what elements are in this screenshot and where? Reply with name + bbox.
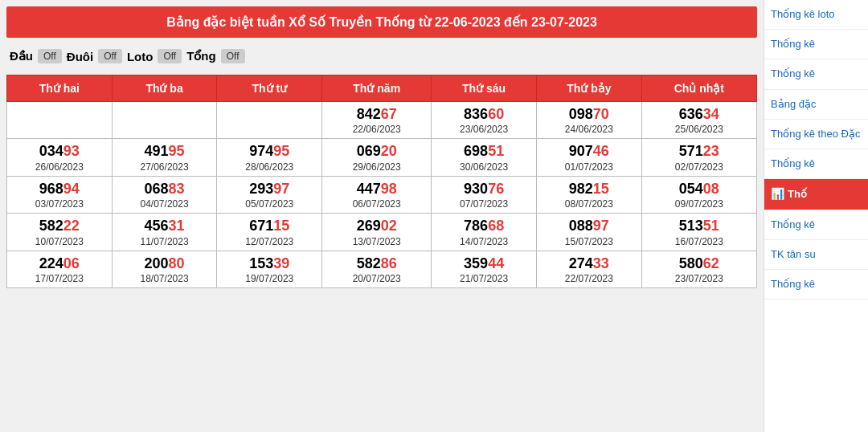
lottery-date: 02/07/2023	[644, 161, 755, 173]
table-cell	[7, 102, 113, 139]
table-cell: 6363425/06/2023	[641, 102, 756, 139]
table-row: 2240617/07/20232008018/07/20231533919/07…	[7, 251, 757, 287]
sidebar-item-label: TK tân su	[771, 248, 816, 260]
lottery-number: 58286	[324, 255, 429, 273]
lottery-number: 20080	[114, 255, 215, 273]
table-cell: 9749528/06/2023	[217, 139, 322, 176]
lottery-number: 35944	[433, 255, 534, 273]
table-cell: 2939705/07/2023	[217, 176, 322, 213]
column-header: Thứ sáu	[432, 75, 537, 102]
lottery-number: 49195	[114, 142, 215, 161]
lottery-date: 07/07/2023	[433, 198, 534, 210]
table-cell: 9821508/07/2023	[536, 176, 641, 213]
sidebar-item-6[interactable]: 📊Thố	[764, 179, 868, 210]
sidebar-item-3[interactable]: Bảng đặc	[764, 90, 868, 120]
lottery-number: 44798	[324, 180, 429, 198]
table-row: 5822210/07/20234563111/07/20236711512/07…	[7, 214, 757, 251]
sidebar-item-4[interactable]: Thống kê theo Đặc	[764, 120, 868, 149]
sidebar-item-label: Thống kê theo Đặc	[771, 128, 860, 140]
table-cell: 5828620/07/2023	[322, 251, 432, 287]
lottery-date: 30/06/2023	[433, 161, 534, 173]
lottery-date: 18/07/2023	[114, 273, 215, 284]
lottery-date: 24/06/2023	[538, 124, 640, 135]
table-cell: 2743322/07/2023	[536, 251, 641, 287]
lottery-number: 06920	[324, 142, 429, 161]
sidebar-item-label: Thố	[788, 187, 807, 202]
lottery-date: 10/07/2023	[9, 236, 110, 247]
table-cell: 0987024/06/2023	[536, 102, 641, 139]
sidebar-item-label: Thống kê	[771, 157, 815, 169]
table-row: 8426722/06/20238366023/06/20230987024/06…	[7, 102, 757, 139]
lottery-number: 84267	[324, 105, 429, 124]
lottery-number: 69851	[433, 142, 534, 161]
sidebar-item-1[interactable]: Thống kê	[764, 30, 868, 59]
lottery-number: 78668	[433, 217, 534, 235]
dau-label: Đầu	[10, 49, 33, 63]
sidebar-item-label: Thống kê	[771, 38, 815, 50]
chart-icon: 📊	[771, 186, 784, 202]
lottery-number: 08897	[538, 217, 640, 235]
column-header: Chủ nhật	[641, 75, 756, 102]
lottery-table-container: Thứ haiThứ baThứ tưThứ nămThứ sáuThứ bảy…	[6, 75, 757, 288]
lottery-number: 03493	[9, 142, 110, 161]
table-cell: 0889715/07/2023	[536, 214, 641, 251]
lottery-table: Thứ haiThứ baThứ tưThứ nămThứ sáuThứ bảy…	[6, 75, 757, 288]
lottery-number: 98215	[538, 180, 640, 198]
column-header: Thứ ba	[112, 75, 217, 102]
table-body: 8426722/06/20238366023/06/20230987024/06…	[7, 102, 757, 288]
lottery-number: 57123	[644, 142, 755, 161]
lottery-date: 08/07/2023	[538, 198, 640, 210]
lottery-number: 15339	[219, 255, 320, 273]
lottery-date: 05/07/2023	[219, 198, 320, 210]
lottery-date: 19/07/2023	[219, 273, 320, 284]
dau-toggle[interactable]: Off	[38, 49, 62, 63]
table-header-row: Thứ haiThứ baThứ tưThứ nămThứ sáuThứ bảy…	[7, 75, 757, 102]
sidebar-item-9[interactable]: Thống kê	[764, 270, 868, 300]
sidebar: Thống kê lotoThống kêThống kêBảng đặcThố…	[764, 0, 868, 432]
tong-label: Tổng	[186, 49, 216, 63]
lottery-date: 27/06/2023	[114, 161, 215, 173]
table-cell: 5822210/07/2023	[7, 214, 113, 251]
table-cell: 6711512/07/2023	[217, 214, 322, 251]
table-cell: 9307607/07/2023	[432, 176, 537, 213]
lottery-date: 21/07/2023	[433, 273, 534, 284]
tong-toggle[interactable]: Off	[221, 49, 245, 63]
sidebar-item-7[interactable]: Thống kê	[764, 210, 868, 240]
lottery-date: 11/07/2023	[114, 236, 215, 247]
lottery-date: 23/06/2023	[433, 124, 534, 135]
table-cell: 9074601/07/2023	[536, 139, 641, 176]
sidebar-item-5[interactable]: Thống kê	[764, 149, 868, 179]
filter-bar: Đầu Off Đuôi Off Loto Off Tổng Off	[6, 44, 757, 68]
table-cell: 8366023/06/2023	[432, 102, 537, 139]
lottery-date: 20/07/2023	[324, 273, 429, 284]
sidebar-item-label: Thống kê	[771, 278, 815, 290]
lottery-number: 97495	[219, 142, 320, 161]
table-cell: 5806223/07/2023	[641, 251, 756, 287]
table-cell: 4563111/07/2023	[112, 214, 217, 251]
lottery-date: 13/07/2023	[324, 236, 429, 247]
table-cell: 0688304/07/2023	[112, 176, 217, 213]
sidebar-item-8[interactable]: TK tân su	[764, 240, 868, 270]
column-header: Thứ tư	[217, 75, 322, 102]
lottery-number: 63634	[644, 105, 755, 124]
lottery-date: 29/06/2023	[324, 161, 429, 173]
lottery-number: 27433	[538, 255, 640, 273]
table-cell: 2008018/07/2023	[112, 251, 217, 287]
lottery-date: 28/06/2023	[219, 161, 320, 173]
lottery-number: 51351	[644, 217, 755, 235]
table-cell: 0540809/07/2023	[641, 176, 756, 213]
main-content: Bảng đặc biệt tuần Xổ Số Truyền Thống từ…	[0, 0, 764, 432]
table-cell	[217, 102, 322, 139]
lottery-number: 83660	[433, 105, 534, 124]
sidebar-item-0[interactable]: Thống kê loto	[764, 0, 868, 30]
loto-label: Loto	[127, 50, 153, 63]
table-cell: 2240617/07/2023	[7, 251, 113, 287]
sidebar-item-2[interactable]: Thống kê	[764, 59, 868, 89]
duoi-label: Đuôi	[67, 50, 93, 63]
lottery-number: 93076	[433, 180, 534, 198]
duoi-toggle[interactable]: Off	[98, 49, 122, 63]
column-header: Thứ năm	[322, 75, 432, 102]
lottery-date: 23/07/2023	[644, 273, 755, 284]
lottery-number: 29397	[219, 180, 320, 198]
loto-toggle[interactable]: Off	[158, 49, 182, 63]
